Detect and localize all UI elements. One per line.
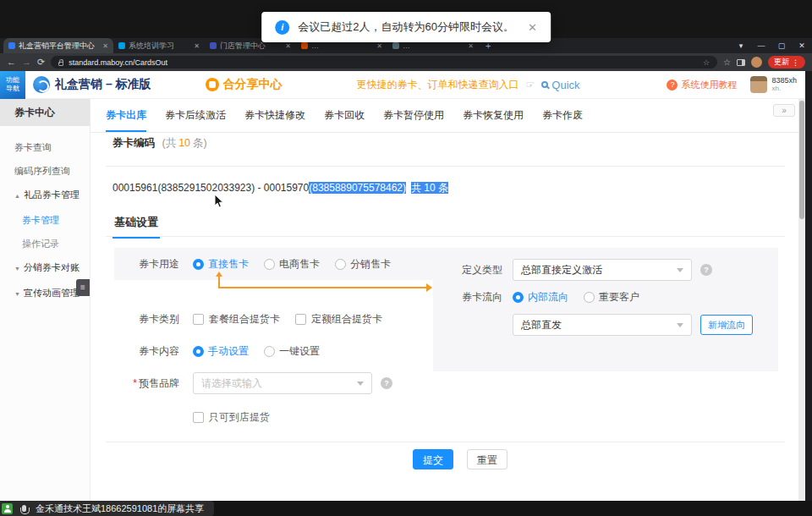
submit-button[interactable]: 提交 — [413, 449, 453, 469]
brand-title: 礼盒营销 – 标准版 — [55, 77, 151, 92]
option-label[interactable]: 定额组合提货卡 — [311, 312, 382, 327]
page-scrollbar[interactable] — [798, 99, 805, 501]
connector-line-horizontal — [218, 287, 426, 288]
help-icon[interactable]: ? — [381, 377, 392, 389]
tutorial-icon: ? — [667, 80, 678, 91]
option-label[interactable]: 套餐组合提货卡 — [209, 312, 280, 327]
tab-card-followup-activation[interactable]: 券卡后续激活 — [165, 108, 226, 132]
card-flow-label: 券卡流向 — [453, 290, 502, 305]
option-label[interactable]: 一键设置 — [279, 344, 320, 359]
sidebar-group-distribution-reconcile[interactable]: ▼分销券卡对账 — [0, 255, 90, 281]
bookmark-star-icon[interactable]: ☆ — [703, 58, 710, 67]
radio-icon[interactable] — [264, 346, 275, 357]
checkbox-icon[interactable] — [295, 314, 306, 325]
side-panel-icon[interactable] — [737, 59, 745, 66]
category-label: 券卡类别 — [114, 312, 179, 327]
forward-icon[interactable]: → — [22, 53, 31, 71]
address-bar[interactable]: standard.maboy.cn/CardsOut ☆ — [51, 56, 717, 69]
tab-close-icon[interactable]: ✕ — [102, 42, 108, 50]
codes-section-header: 券卡编码 (共10条) — [112, 136, 207, 151]
radio-important-customer[interactable]: 重要客户 — [584, 290, 639, 305]
profile-avatar[interactable] — [751, 57, 762, 68]
checkbox-package-combo-card[interactable]: 套餐组合提货卡 — [193, 312, 280, 327]
window-close-icon[interactable]: ✕ — [792, 38, 812, 53]
sidebar-item-card-query[interactable]: 券卡查询 — [0, 135, 90, 159]
url-text[interactable]: standard.maboy.cn/CardsOut — [69, 58, 698, 67]
chrome-update-button[interactable]: 更新 ⋮ — [768, 56, 805, 69]
option-label[interactable]: 内部流向 — [528, 290, 568, 305]
option-label[interactable]: 只可到店提货 — [209, 410, 270, 425]
radio-icon[interactable] — [584, 292, 595, 303]
radio-distribution-sale[interactable]: 分销售卡 — [335, 257, 391, 272]
nav-toggle-line1: 功能 — [6, 76, 19, 85]
minimize-icon[interactable]: — — [751, 38, 771, 53]
tutorial-link[interactable]: ? 系统使用教程 — [667, 79, 737, 91]
sidebar: 券卡中心 券卡查询 编码序列查询 ▲礼品券卡管理 券卡管理 操作记录 ▼分销券卡… — [0, 99, 91, 501]
promo-text: 更快捷的券卡、订单和快递查询入口 — [357, 78, 519, 92]
reload-icon[interactable]: ⟳ — [37, 53, 45, 71]
scrollbar-thumb[interactable] — [799, 101, 804, 219]
define-type-select[interactable]: 总部直接定义激活 — [513, 259, 692, 281]
radio-direct-sale[interactable]: 直接售卡 — [193, 257, 249, 272]
browser-toolbar: ← → ⟳ standard.maboy.cn/CardsOut ☆ ☆ 更新 … — [0, 53, 812, 71]
divider — [106, 236, 785, 237]
sidebar-collapse-handle[interactable]: ≡ — [76, 279, 90, 296]
tab-card-outbound[interactable]: 券卡出库 — [106, 108, 146, 132]
basic-settings-title: 基础设置 — [112, 215, 160, 239]
divider — [106, 166, 785, 167]
checkbox-fixed-combo-card[interactable]: 定额组合提货卡 — [295, 312, 382, 327]
tab-close-icon[interactable]: ✕ — [194, 42, 200, 50]
tab-close-icon[interactable]: ✕ — [376, 42, 382, 50]
user-avatar[interactable] — [750, 76, 767, 93]
checkbox-icon[interactable] — [193, 314, 204, 325]
share-center-link[interactable]: 合分享中心 — [223, 77, 283, 92]
radio-ecommerce-sale[interactable]: 电商售卡 — [264, 257, 320, 272]
radio-icon[interactable] — [264, 259, 275, 270]
back-icon[interactable]: ← — [7, 53, 16, 71]
help-icon[interactable]: ? — [700, 264, 712, 276]
quick-link[interactable]: Quick — [551, 79, 579, 91]
codes-count-suffix: 条) — [193, 137, 207, 149]
option-label[interactable]: 直接售卡 — [208, 257, 249, 272]
radio-internal-flow[interactable]: 内部流向 — [513, 290, 568, 305]
tab-close-icon[interactable]: ✕ — [468, 42, 474, 50]
form-actions: 提交 重置 — [413, 449, 508, 469]
maximize-icon[interactable]: ▢ — [771, 38, 792, 53]
radio-icon[interactable] — [335, 259, 346, 270]
screen-share-app-icon — [2, 503, 13, 514]
browser-tab-1[interactable]: 礼盒营销平台管理中心 ✕ — [3, 38, 113, 53]
tab-title: 系统培训学习 — [129, 41, 190, 52]
option-label[interactable]: 电商售卡 — [279, 257, 320, 272]
card-codes-line: 00015961(8385291502033923) - 00015970(83… — [112, 181, 448, 195]
radio-icon[interactable] — [513, 292, 524, 303]
radio-manual-setting[interactable]: 手动设置 — [193, 344, 249, 359]
option-label[interactable]: 分销售卡 — [350, 257, 391, 272]
search-icon — [541, 81, 548, 88]
checkbox-icon[interactable] — [193, 412, 204, 423]
sidebar-item-operation-records[interactable]: 操作记录 — [0, 232, 90, 255]
option-label[interactable]: 手动设置 — [208, 344, 249, 359]
sidebar-item-code-sequence-query[interactable]: 编码序列查询 — [0, 159, 90, 183]
tab-card-suspend[interactable]: 券卡暂停使用 — [383, 108, 444, 132]
checkbox-store-pickup-only[interactable]: 只可到店提货 — [193, 410, 270, 425]
radio-icon[interactable] — [193, 259, 204, 270]
triangle-down-icon: ▼ — [14, 291, 20, 297]
radio-icon[interactable] — [193, 346, 204, 357]
tab-card-recycle[interactable]: 券卡回收 — [324, 108, 365, 132]
close-icon[interactable]: ✕ — [528, 21, 537, 34]
bookmarks-icon[interactable]: ☆ — [723, 58, 731, 67]
sidebar-group-gift-card-mgmt[interactable]: ▲礼品券卡管理 — [0, 183, 90, 208]
reset-button[interactable]: 重置 — [467, 449, 508, 469]
tab-card-resume[interactable]: 券卡恢复使用 — [463, 108, 524, 132]
function-nav-toggle[interactable]: 功能 导航 — [0, 71, 25, 99]
panel-collapse-button[interactable]: » — [773, 104, 795, 117]
tab-search-icon[interactable]: ▾ — [731, 38, 751, 53]
browser-tab-2[interactable]: 系统培训学习 ✕ — [113, 38, 205, 53]
tab-card-quick-edit[interactable]: 券卡快捷修改 — [244, 108, 305, 132]
tab-card-void[interactable]: 券卡作废 — [542, 108, 583, 132]
presale-brand-select[interactable]: 请选择或输入 — [193, 372, 372, 394]
tab-close-icon[interactable]: ✕ — [285, 42, 291, 50]
option-label[interactable]: 重要客户 — [599, 290, 639, 305]
radio-one-click-setting[interactable]: 一键设置 — [264, 344, 320, 359]
sidebar-item-card-management[interactable]: 券卡管理 — [0, 208, 90, 232]
